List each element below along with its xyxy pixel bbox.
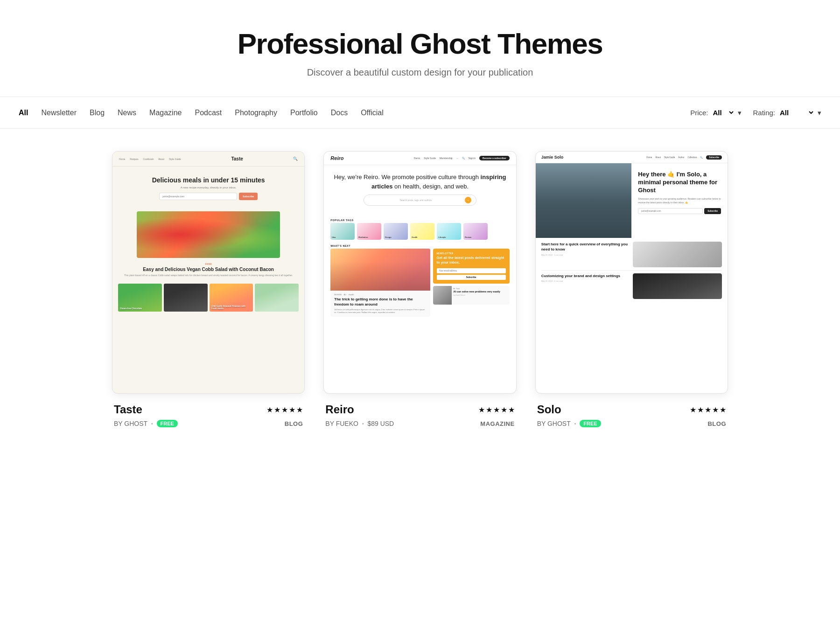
reiro-search-btn[interactable]: →	[465, 197, 471, 203]
solo-subscribe-btn[interactable]: Subscribe	[704, 208, 721, 214]
taste-featured-tag: Food	[122, 263, 295, 265]
solo-hero-text: Hey there 🤙 I'm Solo, a minimal personal…	[631, 163, 728, 238]
solo-article-2-title: Customizing your brand and design settin…	[541, 273, 630, 278]
solo-article-1-thumb	[633, 242, 722, 267]
theme-card-solo[interactable]: Jamie Solo Home About Style Guide Author…	[535, 151, 728, 427]
reiro-stars: ★ ★ ★ ★ ★	[478, 405, 515, 414]
themes-grid: Home Recipes Cookbook About Style Guide …	[93, 129, 747, 450]
reiro-author: BY FUEKO • $89 USD	[325, 420, 394, 427]
taste-thumb-3: Chili Garlic Roasted Potatoes with Fresh…	[210, 284, 253, 312]
reiro-brand: Reiro	[330, 155, 343, 161]
hero-title: Professional Ghost Themes	[19, 28, 821, 60]
reiro-articles: DESIGN · Art · Health The trick to getti…	[324, 249, 516, 317]
solo-name: Solo	[537, 403, 561, 416]
taste-author: BY GHOST • FREE	[114, 420, 178, 427]
filter-tag-magazine[interactable]: Magazine	[149, 109, 182, 117]
taste-thumbnails: Gluten-free Chocolate Chili Garlic Roast…	[118, 284, 299, 312]
price-filter-label: Price:	[690, 109, 708, 117]
reiro-hero-text: Hey, we're Reiro. We promote positive cu…	[333, 173, 506, 191]
reiro-hero: Hey, we're Reiro. We promote positive cu…	[324, 165, 516, 217]
taste-hero-title: Delicious meals in under 15 minutes	[126, 176, 290, 184]
reiro-preview: Reiro Demo Style Guide Membership ··· 🔍 …	[323, 151, 516, 394]
taste-thumb-4	[255, 284, 299, 312]
filter-tag-newsletter[interactable]: Newsletter	[41, 109, 77, 117]
filter-tag-news[interactable]: News	[118, 109, 136, 117]
reiro-tag-health: Health	[410, 223, 434, 240]
reiro-tag-lifestyle: Lifestyle	[437, 223, 461, 240]
rating-chevron-icon: ▾	[818, 109, 821, 117]
taste-name: Taste	[114, 403, 142, 416]
taste-main-img	[137, 211, 280, 258]
solo-preview: Jamie Solo Home About Style Guide Author…	[535, 151, 728, 394]
taste-thumb-1: Gluten-free Chocolate	[118, 284, 162, 312]
reiro-article-main: DESIGN · Art · Health The trick to getti…	[330, 249, 430, 317]
solo-hero-title: Hey there 🤙 I'm Solo, a minimal personal…	[638, 171, 721, 195]
solo-author: BY GHOST • FREE	[537, 420, 601, 427]
reiro-article-img	[330, 249, 430, 291]
solo-hero-img	[536, 163, 632, 238]
reiro-info: Reiro ★ ★ ★ ★ ★ BY FUEKO • $89 USD MAGAZ…	[323, 394, 516, 427]
taste-hero-sub: A new recipe everyday, directly in your …	[126, 186, 290, 189]
solo-info: Solo ★ ★ ★ ★ ★ BY GHOST • FREE BLOG	[535, 394, 728, 427]
reiro-side-title-1: AI can solve new problems very easily	[454, 290, 500, 293]
filter-tag-docs[interactable]: Docs	[331, 109, 348, 117]
taste-info: Taste ★ ★ ★ ★ ★ BY GHOST • FREE BLOG	[112, 394, 305, 427]
taste-preview: Home Recipes Cookbook About Style Guide …	[112, 151, 305, 394]
taste-header: Home Recipes Cookbook About Style Guide …	[112, 152, 304, 167]
reiro-name: Reiro	[325, 403, 354, 416]
reiro-article-desc: Vel lectus vel velit pellentesque dignis…	[334, 308, 426, 314]
reiro-tags-row: Idea Meditation Design Health Lifestyle …	[324, 223, 516, 243]
solo-article-2-meta: May 28, 2022 · 2 min read	[541, 280, 630, 282]
hero-section: Professional Ghost Themes Discover a bea…	[0, 0, 840, 97]
taste-brand: Taste	[231, 156, 243, 161]
taste-featured-desc: This plant-based riff on a classic Cobb …	[122, 274, 295, 277]
solo-article-2-thumb	[633, 273, 722, 299]
rating-filter-label: Rating:	[753, 109, 775, 117]
filter-selects: Price: All Free Paid ▾ Rating: All 5 Sta…	[690, 108, 821, 117]
solo-nav: Home About Style Guide Author Collection…	[646, 155, 722, 160]
reiro-newsletter: NEWSLETTER Get all the latest posts deli…	[433, 249, 510, 284]
solo-email-input[interactable]	[638, 208, 703, 214]
taste-stars: ★ ★ ★ ★ ★	[266, 405, 303, 414]
solo-article-2: Customizing your brand and design settin…	[541, 273, 722, 302]
reiro-tag-review: Review	[463, 223, 488, 240]
rating-filter-wrap: Rating: All 5 Stars 4+ Stars ▾	[753, 108, 821, 117]
filter-tag-blog[interactable]: Blog	[90, 109, 105, 117]
price-filter-wrap: Price: All Free Paid ▾	[690, 108, 742, 117]
taste-hero-section: Delicious meals in under 15 minutes A ne…	[112, 167, 304, 211]
reiro-type: MAGAZINE	[480, 420, 514, 427]
reiro-tag-design: Design	[384, 223, 408, 240]
filter-tags: All Newsletter Blog News Magazine Podcas…	[19, 109, 675, 117]
rating-filter-select[interactable]: All 5 Stars 4+ Stars	[778, 108, 815, 117]
solo-article-1: Start here for a quick overview of every…	[541, 242, 722, 271]
taste-type: BLOG	[285, 420, 303, 427]
reiro-newsletter-btn[interactable]: Subscribe	[437, 275, 506, 280]
taste-email-form: Subscribe	[159, 193, 258, 200]
taste-thumb-2	[164, 284, 208, 312]
reiro-article-side: NEWSLETTER Get all the latest posts deli…	[433, 249, 510, 317]
filter-tag-portfolio[interactable]: Portfolio	[290, 109, 318, 117]
filter-bar: All Newsletter Blog News Magazine Podcas…	[0, 97, 840, 129]
price-filter-select[interactable]: All Free Paid	[711, 108, 735, 117]
taste-email-input[interactable]	[159, 193, 237, 200]
taste-badge: FREE	[157, 420, 178, 427]
solo-brand: Jamie Solo	[541, 155, 564, 160]
taste-main-img-wrap	[112, 211, 304, 258]
reiro-search: Search posts, tags and authors →	[364, 195, 476, 206]
theme-card-reiro[interactable]: Reiro Demo Style Guide Membership ··· 🔍 …	[323, 151, 516, 427]
reiro-tags-label: POPULAR TAGS	[324, 217, 516, 223]
filter-tag-photography[interactable]: Photography	[235, 109, 277, 117]
reiro-side-thumb-1	[433, 286, 452, 305]
filter-tag-official[interactable]: Official	[361, 109, 384, 117]
filter-tag-all[interactable]: All	[19, 109, 28, 117]
taste-nav: Home Recipes Cookbook About Style Guide	[119, 158, 181, 160]
solo-hero-desc: Showcase your work to your growing audie…	[638, 197, 721, 204]
reiro-side-article-1: AI · Tech AI can solve new problems very…	[433, 286, 510, 305]
filter-tag-podcast[interactable]: Podcast	[195, 109, 222, 117]
theme-card-taste[interactable]: Home Recipes Cookbook About Style Guide …	[112, 151, 305, 427]
reiro-newsletter-input[interactable]	[437, 268, 506, 273]
solo-article-1-title: Start here for a quick overview of every…	[541, 242, 630, 252]
taste-search-icon: 🔍	[293, 157, 298, 161]
taste-subscribe-btn[interactable]: Subscribe	[239, 193, 258, 200]
solo-badge: FREE	[580, 420, 601, 427]
